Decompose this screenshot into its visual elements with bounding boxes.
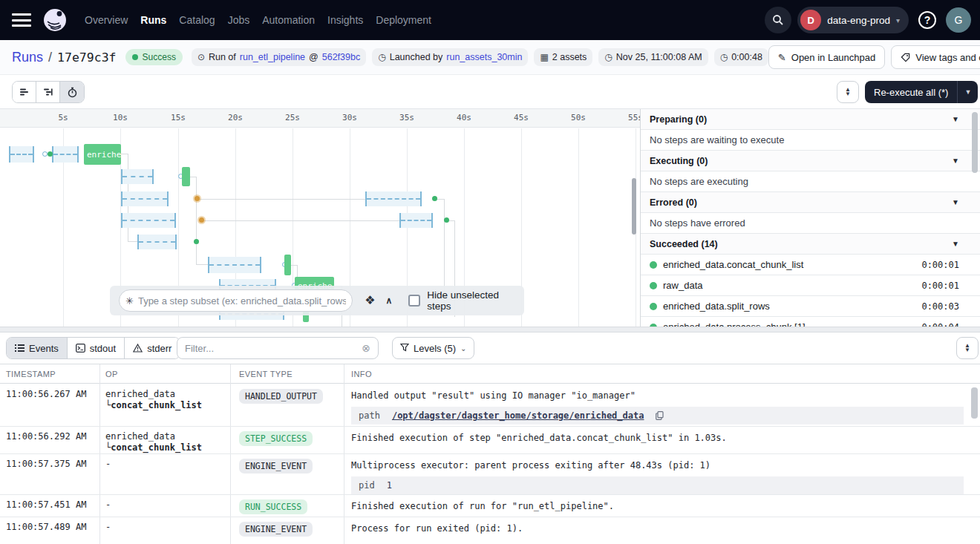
nav-item-catalog[interactable]: Catalog [179,14,215,26]
warning-icon [133,344,143,353]
chevron-down-icon[interactable]: ▼ [952,198,959,206]
event-log-row[interactable]: 11:00:56.267 AMenriched_data└concat_chun… [0,384,980,427]
tag-link[interactable]: run_etl_pipeline [240,52,305,62]
step-waiting-range[interactable] [208,257,261,273]
chevron-down-icon[interactable]: ▼ [952,157,959,165]
dagster-logo-icon[interactable] [42,7,68,33]
step-waiting-range[interactable] [365,191,422,206]
tab-stderr[interactable]: stderr [125,338,180,358]
step-bar[interactable]: enriche. [84,144,121,165]
step-list-item[interactable]: enriched_data.concat_chunk_list0:00:01 [641,255,980,275]
reexecute-all-label: Re-execute all (*) [865,87,957,98]
tag-link[interactable]: 562f39bc [322,52,360,62]
column-header-timestamp: TIMESTAMP [6,370,56,378]
green-marker-dot[interactable] [432,196,437,201]
view-waterfall-icon[interactable] [36,82,60,102]
section-header-executing[interactable]: Executing (0)▼ [641,151,980,171]
step-list-item[interactable]: enriched_data.split_rows0:00:03 [641,296,980,317]
hamburger-menu-icon[interactable] [12,13,31,27]
axis-tick-label: 40s [457,113,471,122]
chevron-down-icon[interactable]: ▼ [952,115,959,123]
gantt-row [0,191,640,206]
view-timing-stopwatch-icon[interactable] [60,82,84,102]
event-log-row[interactable]: 11:00:57.489 AM-ENGINE_EVENTProcess for … [0,517,980,544]
hollow-marker-dot[interactable] [42,151,48,157]
step-list-item[interactable]: raw_data0:00:01 [641,275,980,296]
open-in-launchpad-button[interactable]: ✎Open in Launchpad [768,45,885,69]
nav-item-runs[interactable]: Runs [140,14,166,26]
tab-stdout[interactable]: stdout [68,338,125,358]
section-header-succeeded[interactable]: Succeeded (14)▼ [641,234,980,255]
help-button[interactable]: ? [915,7,940,33]
tab-events[interactable]: Events [7,338,68,358]
step-bar[interactable] [182,167,190,186]
step-subset-input[interactable] [138,295,346,307]
nav-item-overview[interactable]: Overview [85,14,128,26]
nav-item-jobs[interactable]: Jobs [228,14,250,26]
reexecute-all-button[interactable]: Re-execute all (*) ▼ [865,81,978,103]
nav-item-deployment[interactable]: Deployment [376,14,431,26]
run-tag[interactable]: ◷0:00:48 [714,48,768,66]
step-bar[interactable] [284,255,291,275]
nav-item-insights[interactable]: Insights [327,14,363,26]
step-waiting-range[interactable] [121,213,176,228]
event-log-row[interactable]: 11:00:57.451 AM-RUN_SUCCESSFinished exec… [0,495,980,517]
copy-icon[interactable] [656,411,664,420]
chevron-down-icon[interactable]: ▼ [958,88,978,96]
levels-filter-button[interactable]: Levels (5) ⌄ [392,337,474,359]
search-icon[interactable] [765,7,791,33]
chevron-down-icon[interactable]: ▼ [952,240,959,248]
hide-unselected-checkbox[interactable] [408,295,420,307]
view-flat-icon[interactable] [13,82,36,102]
nav-item-automation[interactable]: Automation [262,14,315,26]
gantt-plot-area[interactable]: enriche.enriche… ✳ ❖ ∧ Hide unselected s… [0,128,640,327]
tag-link[interactable]: run_assets_30min [446,52,522,62]
avatar[interactable]: G [946,7,971,33]
section-empty-text: No steps are waiting to execute [641,130,980,151]
panel-scrollbar[interactable] [972,112,978,173]
event-metadata: path/opt/dagster/dagster_home/storage/en… [351,407,964,425]
events-expand-collapse-button[interactable]: ▲▼ [956,337,979,359]
step-waiting-range[interactable] [399,213,433,228]
step-waiting-range[interactable] [121,169,154,184]
step-waiting-range[interactable] [52,146,79,163]
column-header-event-type: EVENT TYPE [239,370,293,378]
event-info-text: Handled output "result" using IO manager… [351,390,636,401]
gantt-scrollbar[interactable] [632,178,636,235]
graph-layers-icon[interactable]: ❖ [365,295,375,307]
metadata-path-link[interactable]: /opt/dagster/dagster_home/storage/enrich… [392,410,644,421]
events-scrollbar[interactable] [971,387,978,419]
dashed-line [122,198,167,200]
breadcrumb-runs-link[interactable]: Runs [12,50,43,65]
gantt-time-axis: 5s10s15s20s25s30s35s40s45s50s55s [0,109,640,128]
run-tag[interactable]: ◷Launched by run_assets_30min [372,48,528,66]
section-header-preparing[interactable]: Preparing (0)▼ [641,109,980,130]
dashed-line [367,198,420,200]
step-duration: 0:00:01 [921,281,959,291]
step-waiting-range[interactable] [9,146,34,163]
chevron-up-icon[interactable]: ∧ [386,295,393,306]
split-divider[interactable] [0,327,980,332]
run-tag[interactable]: ▦2 assets [534,48,592,66]
workspace-initial-badge: D [800,10,821,30]
run-tag[interactable]: ⊙Run of run_etl_pipeline @ 562f39bc [192,48,366,66]
view-tags-config-button[interactable]: View tags and config [891,45,980,69]
green-marker-dot[interactable] [444,217,449,223]
step-waiting-range[interactable] [137,235,177,249]
log-filter-input[interactable] [185,343,362,354]
clear-filter-icon[interactable]: ⊗ [362,342,370,354]
success-dot-icon [650,282,657,289]
event-log-row[interactable]: 11:00:56.292 AMenriched_data└concat_chun… [0,427,980,454]
gantt-expand-collapse-button[interactable]: ▲▼ [837,81,859,103]
green-marker-dot[interactable] [194,239,199,244]
step-list-item[interactable]: enriched_data.process_chunk [1]0:00:04 [641,317,980,327]
green-marker-dot[interactable] [48,151,53,157]
event-log-row[interactable]: 11:00:57.375 AM-ENGINE_EVENTMultiprocess… [0,454,980,495]
workspace-switcher[interactable]: D data-eng-prod ▾ [797,7,909,33]
step-waiting-range[interactable] [121,191,169,206]
run-tags: ⊙Run of run_etl_pipeline @ 562f39bc◷Laun… [192,48,768,66]
section-header-errored[interactable]: Errored (0)▼ [641,192,980,213]
orange-marker-dot[interactable] [195,196,200,201]
orange-marker-dot[interactable] [199,217,204,223]
run-tag[interactable]: ◷Nov 25, 11:00:08 AM [598,48,708,66]
